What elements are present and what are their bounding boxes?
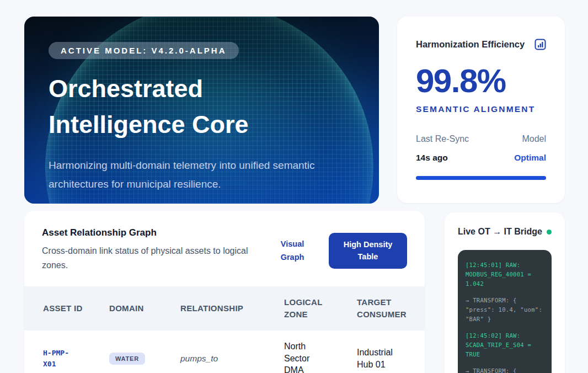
log-entry-transform: → TRANSFORM: { "status": "ALARM", "code"… bbox=[466, 366, 544, 373]
column-header-asset-id: ASSET ID bbox=[43, 302, 109, 315]
model-label: Model bbox=[522, 134, 546, 144]
view-toggle: Visual Graph High Density Table bbox=[275, 230, 407, 272]
harmonization-efficiency-card: Harmonization Efficiency 99.8% SEMANTIC … bbox=[397, 17, 565, 203]
hero-subtitle: Harmonizing multi-domain telemetry into … bbox=[49, 156, 356, 194]
page-title: Orchestrated Intelligence Core bbox=[49, 71, 355, 143]
live-status-dot bbox=[547, 230, 552, 235]
last-resync-label: Last Re-Sync bbox=[416, 134, 469, 144]
bar-chart-icon bbox=[534, 39, 546, 50]
dashboard-page: ACTIVE MODEL: V4.2.0-ALPHA Orchestrated … bbox=[0, 0, 588, 373]
bridge-log-terminal[interactable]: [12:45:01] RAW: MODBUS_REG_40001 = 1.042… bbox=[458, 250, 552, 373]
hero-content: ACTIVE MODEL: V4.2.0-ALPHA Orchestrated … bbox=[24, 17, 379, 194]
last-resync-value: 14s ago bbox=[416, 153, 448, 163]
cell-target-consumer: Industrial Hub 01 bbox=[357, 347, 405, 370]
asset-card-title: Asset Relationship Graph bbox=[42, 227, 267, 238]
efficiency-value-label: SEMANTIC ALIGNMENT bbox=[416, 104, 546, 114]
live-bridge-card: Live OT → IT Bridge [12:45:01] RAW: MODB… bbox=[445, 212, 565, 373]
asset-relationship-card: Asset Relationship Graph Cross-domain li… bbox=[24, 211, 425, 373]
hero-card: ACTIVE MODEL: V4.2.0-ALPHA Orchestrated … bbox=[24, 17, 379, 204]
visual-graph-link[interactable]: Visual Graph bbox=[275, 238, 310, 263]
log-entry-transform: → TRANSFORM: { "press": 10.4, "uom": "BA… bbox=[466, 296, 544, 324]
cell-logical-zone: North Sector DMA bbox=[284, 340, 322, 373]
table-row[interactable]: H-PMP-X01 WATER pumps_to North Sector DM… bbox=[24, 331, 425, 373]
efficiency-card-title: Harmonization Efficiency bbox=[416, 39, 525, 50]
bridge-card-title: Live OT → IT Bridge bbox=[458, 227, 542, 237]
log-entry-raw: [12:45:01] RAW: MODBUS_REG_40001 = 1.042 bbox=[466, 260, 544, 289]
efficiency-value: 99.8% bbox=[416, 65, 546, 98]
page-title-line1: Orchestrated bbox=[49, 71, 355, 107]
asset-card-description: Cross-domain link status of physical ass… bbox=[42, 244, 267, 272]
high-density-table-button[interactable]: High Density Table bbox=[329, 233, 407, 269]
cell-domain: WATER bbox=[109, 353, 180, 365]
cell-asset-id[interactable]: H-PMP-X01 bbox=[43, 348, 76, 369]
log-entry-raw: [12:45:02] RAW: SCADA_TRIP_E_S04 = TRUE bbox=[466, 331, 544, 359]
domain-badge: WATER bbox=[109, 353, 145, 365]
model-status-value: Optimal bbox=[514, 153, 546, 163]
column-header-target-consumer: TARGET CONSUMER bbox=[357, 296, 425, 321]
cell-relationship: pumps_to bbox=[180, 354, 284, 364]
column-header-domain: DOMAIN bbox=[109, 302, 180, 315]
column-header-logical-zone: LOGICAL ZONE bbox=[284, 296, 357, 321]
column-header-relationship: RELATIONSHIP bbox=[180, 302, 284, 315]
page-title-line2: Intelligence Core bbox=[49, 107, 355, 143]
table-header-row: ASSET ID DOMAIN RELATIONSHIP LOGICAL ZON… bbox=[24, 286, 425, 331]
efficiency-progress-bar bbox=[416, 176, 546, 180]
asset-card-heading: Asset Relationship Graph Cross-domain li… bbox=[42, 227, 267, 272]
active-model-badge: ACTIVE MODEL: V4.2.0-ALPHA bbox=[49, 42, 239, 59]
